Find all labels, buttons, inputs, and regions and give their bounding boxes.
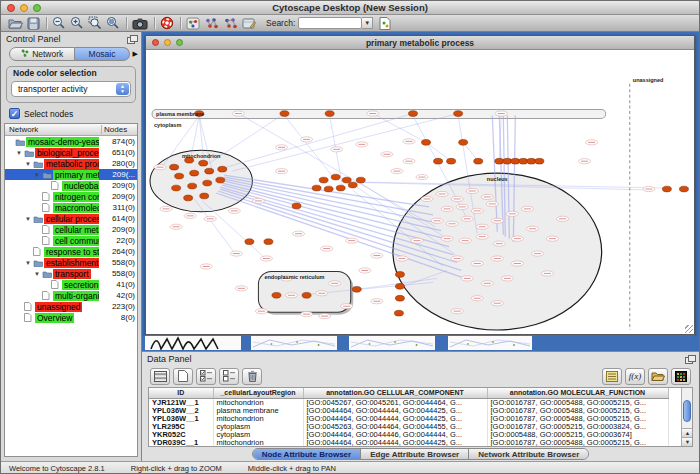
tree-row[interactable]: macromolecule311(0) xyxy=(5,202,137,213)
table-cell[interactable]: [GO:0005488, GO:0005215, GO:0003674] xyxy=(487,431,668,439)
vizmapper-icon[interactable] xyxy=(204,16,219,31)
snapshot-icon[interactable] xyxy=(132,16,148,31)
tree-row[interactable]: response to stimulu264(0) xyxy=(5,246,137,257)
select-attributes-button[interactable] xyxy=(150,368,170,385)
float-panel-icon[interactable] xyxy=(127,35,136,43)
background-window[interactable] xyxy=(349,335,435,350)
save-session-icon[interactable] xyxy=(27,16,40,31)
open-session-icon[interactable] xyxy=(8,16,23,31)
table-cell[interactable]: [GO:0044464, GO:0044444, GO:0044425, G..… xyxy=(303,439,487,447)
column-header[interactable]: _cellularLayoutRegion xyxy=(213,388,303,398)
table-row[interactable]: YLR295Ccytoplasm[GO:0045263, GO:0044464,… xyxy=(149,423,668,431)
table-cell[interactable]: [GO:0016787, GO:0005488, GO:0005215, G..… xyxy=(487,407,668,415)
tree-row[interactable]: unassigned223(0) xyxy=(5,301,137,312)
float-panel-icon[interactable] xyxy=(685,355,694,363)
table-cell[interactable]: [GO:0016787, GO:0005488, GO:0005215, G..… xyxy=(487,415,668,423)
column-header[interactable]: ID xyxy=(149,388,213,398)
table-cell[interactable]: YKR052C xyxy=(149,431,213,439)
tab-network-attribute-browser[interactable]: Network Attribute Browser xyxy=(468,449,588,459)
tree-column-network[interactable]: Network xyxy=(5,125,101,134)
tree-row[interactable]: ▼primary metabo209(... xyxy=(5,169,137,180)
tree-row[interactable]: ▼metabolic process280(0) xyxy=(5,158,137,169)
table-cell[interactable]: YPL036W__2 xyxy=(149,407,213,415)
tree-row[interactable]: ▼establishment of lo558(0) xyxy=(5,257,137,268)
network-frame-titlebar[interactable]: primary metabolic process xyxy=(146,36,694,50)
search-dropdown-button[interactable]: ▼ xyxy=(362,17,373,29)
tab-node-attribute-browser[interactable]: Node Attribute Browser xyxy=(253,449,361,459)
scroll-up-icon[interactable]: ▲ xyxy=(682,428,693,437)
plugin-manager-icon[interactable] xyxy=(379,16,392,31)
tab-overflow-arrow[interactable]: ▶ xyxy=(133,50,138,58)
tab-network[interactable]: Network xyxy=(9,47,75,61)
table-cell[interactable]: [GO:0045263, GO:0044464, GO:0044455, G..… xyxy=(303,423,487,431)
table-row[interactable]: YKR052Ccytoplasm[GO:0044464, GO:0044446,… xyxy=(149,431,668,439)
background-window[interactable] xyxy=(251,335,337,350)
expand-triangle-icon[interactable]: ▼ xyxy=(25,259,33,267)
network-view-frame[interactable]: primary metabolic process plasma membran… xyxy=(145,35,695,335)
column-header[interactable]: annotation.GO MOLECULAR_FUNCTION xyxy=(487,388,668,398)
tree-row[interactable]: secretion41(0) xyxy=(5,279,137,290)
scrollbar-thumb[interactable] xyxy=(683,400,691,422)
tree-row[interactable]: cellular metabol209(0) xyxy=(5,224,137,235)
background-window[interactable] xyxy=(448,335,532,350)
unselect-all-attributes-button[interactable] xyxy=(219,368,239,385)
attribute-list-button[interactable] xyxy=(602,368,622,385)
annotation-icon[interactable] xyxy=(242,16,256,31)
table-scrollbar[interactable]: ▲ ▼ xyxy=(681,388,692,446)
tree-row[interactable]: ▼biological_process651(0) xyxy=(5,147,137,158)
tab-edge-attribute-browser[interactable]: Edge Attribute Browser xyxy=(360,449,468,459)
tree-row[interactable]: mosaic-demo-yeast874(0) xyxy=(5,136,137,147)
expand-triangle-icon[interactable]: ▼ xyxy=(34,171,42,179)
zoom-fit-icon[interactable] xyxy=(106,16,120,31)
tree-row[interactable]: multi-organism pro42(0) xyxy=(5,290,137,301)
table-cell[interactable]: mitochondrion xyxy=(213,415,303,423)
scroll-down-icon[interactable]: ▼ xyxy=(682,437,693,446)
new-attribute-button[interactable] xyxy=(173,368,193,385)
expand-triangle-icon[interactable]: ▼ xyxy=(16,149,24,157)
table-cell[interactable]: [GO:0016787, GO:0005215, GO:0003824, G..… xyxy=(487,423,668,431)
tree-column-nodes[interactable]: Nodes xyxy=(101,125,137,134)
table-cell[interactable]: YDR039C__1 xyxy=(149,439,213,447)
tree-row[interactable]: nucleobase-209(0) xyxy=(5,180,137,191)
tab-mosaic[interactable]: Mosaic xyxy=(75,47,129,61)
select-nodes-checkbox[interactable]: ✓ xyxy=(9,108,20,119)
tree-row[interactable]: Overview8(0) xyxy=(5,312,137,323)
zoom-in-icon[interactable] xyxy=(70,16,84,31)
select-all-attributes-button[interactable] xyxy=(196,368,216,385)
table-cell[interactable]: [GO:0016787, GO:0005488, GO:0005215, G..… xyxy=(487,439,668,447)
table-row[interactable]: YJR121W__1mitochondrion[GO:0045267, GO:0… xyxy=(149,398,668,407)
function-builder-button[interactable]: f(x) xyxy=(625,368,645,385)
table-row[interactable]: YPL036W__1mitochondrion[GO:0044464, GO:0… xyxy=(149,415,668,423)
table-cell[interactable]: [GO:0044464, GO:0044444, GO:0044425, G..… xyxy=(303,407,487,415)
table-cell[interactable]: cytoplasm xyxy=(213,431,303,439)
table-cell[interactable]: [GO:0044464, GO:0044446, GO:0044444, G..… xyxy=(303,431,487,439)
column-header[interactable]: annotation.GO CELLULAR_COMPONENT xyxy=(303,388,487,398)
table-row[interactable]: YPL036W__2plasma membrane[GO:0044464, GO… xyxy=(149,407,668,415)
table-cell[interactable]: [GO:0045267, GO:0045261, GO:0044464, G..… xyxy=(303,398,487,407)
resize-grip-icon[interactable] xyxy=(685,325,693,333)
table-cell[interactable]: [GO:0016787, GO:0005488, GO:0005215, G..… xyxy=(487,398,668,407)
expand-triangle-icon[interactable]: ▼ xyxy=(34,270,42,278)
background-window[interactable] xyxy=(145,335,241,350)
help-icon[interactable] xyxy=(160,16,174,31)
expand-triangle-icon[interactable]: ▼ xyxy=(25,215,33,223)
table-cell[interactable]: [GO:0044464, GO:0044444, GO:0044425, G..… xyxy=(303,415,487,423)
filter-icon[interactable] xyxy=(223,16,238,31)
table-cell[interactable]: YJR121W__1 xyxy=(149,398,213,407)
zoom-out-icon[interactable] xyxy=(52,16,66,31)
layout-icon[interactable] xyxy=(186,16,200,31)
table-cell[interactable]: plasma membrane xyxy=(213,407,303,415)
tree-row[interactable]: cell communicati22(0) xyxy=(5,235,137,246)
table-cell[interactable]: YPL036W__1 xyxy=(149,415,213,423)
table-cell[interactable]: YLR295C xyxy=(149,423,213,431)
expand-triangle-icon[interactable]: ▼ xyxy=(25,160,33,168)
zoom-selected-region-icon[interactable] xyxy=(88,16,102,31)
node-color-attribute-select[interactable]: transporter activity ▲▼ xyxy=(11,81,131,97)
delete-attribute-button[interactable] xyxy=(242,368,262,385)
table-cell[interactable]: mitochondrion xyxy=(213,398,303,407)
tree-row[interactable]: ▼cellular process614(0) xyxy=(5,213,137,224)
table-row[interactable]: YDR039C__1mitochondrion[GO:0044464, GO:0… xyxy=(149,439,668,447)
table-cell[interactable]: mitochondrion xyxy=(213,439,303,447)
network-canvas[interactable]: plasma membranecytoplasmmitochondrionnuc… xyxy=(146,50,694,334)
search-input[interactable] xyxy=(298,17,362,29)
